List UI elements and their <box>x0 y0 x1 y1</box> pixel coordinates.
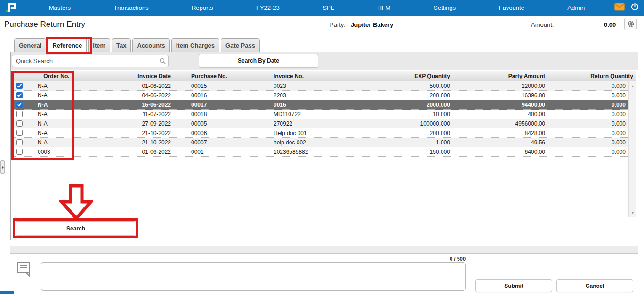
tab-tax[interactable]: Tax <box>112 38 131 52</box>
cell-invoice-date: 21-10-2022 <box>87 130 189 136</box>
cell-exp-qty: 1.000 <box>403 139 452 146</box>
tab-item[interactable]: Item <box>88 38 110 52</box>
row-checkbox[interactable] <box>16 130 23 136</box>
cell-order-no: 0003 <box>26 149 87 155</box>
cell-party-amount: 400.00 <box>452 111 549 118</box>
table-row[interactable]: N-A04-06-2022000162203200.00016396.800.0… <box>12 91 628 100</box>
scroll-down-icon[interactable]: ▼ <box>629 209 636 216</box>
tab-general[interactable]: General <box>14 38 46 52</box>
nav-item-admin[interactable]: Admin <box>567 4 585 11</box>
cell-return-qty: 0.000 <box>549 102 628 108</box>
row-checkbox[interactable] <box>16 83 23 89</box>
row-checkbox[interactable] <box>16 149 23 155</box>
cell-invoice-no: help doc 002 <box>266 139 403 146</box>
cell-party-amount: 16396.80 <box>452 92 549 99</box>
cell-party-amount: 94400.00 <box>452 102 549 108</box>
cell-exp-qty: 10.000 <box>403 111 452 118</box>
table-row[interactable]: N-A16-06-20220001700162000.00094400.000.… <box>12 100 628 110</box>
panel-collapse-handle[interactable] <box>0 160 5 174</box>
table-row[interactable]: N-A21-10-202200007help doc 0021.00049.56… <box>12 138 628 147</box>
nav-item-favourite[interactable]: Favourite <box>499 4 524 11</box>
nav-item-settings[interactable]: Settings <box>434 4 456 11</box>
cell-exp-qty: 200.000 <box>403 130 452 136</box>
cell-invoice-date: 16-06-2022 <box>87 102 189 108</box>
cell-party-amount: 4956000.00 <box>452 120 549 127</box>
cancel-button[interactable]: Cancel <box>556 279 633 292</box>
search-icon <box>159 57 166 66</box>
tab-gate-pass[interactable]: Gate Pass <box>221 38 260 52</box>
row-checkbox[interactable] <box>16 92 23 98</box>
cell-party-amount: 22000.00 <box>452 83 549 89</box>
table-row[interactable]: 000301-06-2022000110236585882150.0006400… <box>12 147 628 157</box>
tab-reference[interactable]: Reference <box>48 38 87 53</box>
cell-exp-qty: 100000.000 <box>403 120 452 127</box>
bottom-left-accent <box>0 291 14 294</box>
row-checkbox[interactable] <box>16 111 23 117</box>
cell-purchase-no: 00005 <box>189 120 266 127</box>
nav-item-masters[interactable]: Masters <box>49 4 71 11</box>
cell-order-no: N-A <box>26 92 87 99</box>
cell-exp-qty: 200.000 <box>403 92 452 99</box>
tab-item-charges[interactable]: Item Charges <box>171 38 219 52</box>
tab-strip: GeneralReferenceItemTaxAccountsItem Char… <box>14 38 260 53</box>
row-checkbox[interactable] <box>16 120 23 127</box>
power-icon[interactable] <box>630 2 639 13</box>
search-button[interactable]: Search <box>16 221 136 236</box>
cell-invoice-no: 0016 <box>266 102 403 108</box>
nav-item-hfm[interactable]: HFM <box>377 4 390 11</box>
search-by-date-button[interactable]: Search By Date <box>199 54 318 68</box>
party-label: Party: <box>330 21 346 28</box>
table-row[interactable]: N-A11-07-202200018MD11072210.000400.000.… <box>12 110 628 119</box>
cell-return-qty: 0.000 <box>549 149 628 155</box>
comment-textarea[interactable] <box>41 262 466 291</box>
row-checkbox[interactable] <box>16 102 23 108</box>
scroll-up-icon[interactable]: ▲ <box>629 82 636 90</box>
submit-button[interactable]: Submit <box>475 279 552 292</box>
amount-value: 0.00 <box>604 21 616 28</box>
cell-return-qty: 0.000 <box>549 120 628 127</box>
cell-purchase-no: 00006 <box>189 130 266 136</box>
char-counter: 0 / 500 <box>400 256 466 262</box>
top-nav-bar: MastersTransactionsReportsFY22-23SPLHFMS… <box>0 0 644 16</box>
cell-purchase-no: 00017 <box>189 102 266 108</box>
cell-invoice-no: 270922 <box>266 120 403 127</box>
cell-invoice-date: 27-09-2022 <box>87 120 189 127</box>
cell-purchase-no: 00016 <box>189 92 266 99</box>
cell-invoice-no: 2203 <box>266 92 403 99</box>
table-row[interactable]: N-A01-06-2022000150023500.00022000.000.0… <box>12 81 628 91</box>
cell-party-amount: 6400.00 <box>452 149 549 155</box>
header-invoice-no: Invoice No. <box>266 73 403 79</box>
footer-strip <box>10 246 638 254</box>
cell-purchase-no: 00015 <box>189 83 266 89</box>
app-logo-icon[interactable] <box>6 2 18 14</box>
header-invoice-date: Invoice Date <box>87 73 189 79</box>
nav-item-transactions[interactable]: Transactions <box>113 4 148 11</box>
quick-search-input[interactable] <box>12 55 169 67</box>
nav-item-fy22-23[interactable]: FY22-23 <box>256 4 280 11</box>
mail-icon[interactable] <box>614 3 625 13</box>
comment-icon <box>17 262 31 278</box>
cell-purchase-no: 00007 <box>189 139 266 146</box>
gear-icon[interactable] <box>624 18 637 30</box>
table-scrollbar[interactable]: ▲ ▼ <box>628 81 636 217</box>
table-row[interactable]: N-A21-10-202200006Help doc 001200.000842… <box>12 128 628 138</box>
cell-invoice-no: MD110722 <box>266 111 403 118</box>
nav-item-reports[interactable]: Reports <box>192 4 213 11</box>
cell-exp-qty: 2000.000 <box>403 102 452 108</box>
cell-invoice-date: 11-07-2022 <box>87 111 189 118</box>
cell-return-qty: 0.000 <box>549 139 628 146</box>
cell-return-qty: 0.000 <box>549 130 628 136</box>
cell-exp-qty: 150.000 <box>403 149 452 155</box>
cell-invoice-no: 10236585882 <box>266 149 403 155</box>
reference-grid: Order No. Invoice Date Purchase No. Invo… <box>12 71 636 217</box>
cell-return-qty: 0.000 <box>549 111 628 118</box>
cell-purchase-no: 0001 <box>189 149 266 155</box>
cell-party-amount: 49.56 <box>452 139 549 146</box>
cell-invoice-date: 04-06-2022 <box>87 92 189 99</box>
tab-accounts[interactable]: Accounts <box>132 38 169 52</box>
header-order-no: Order No. <box>26 73 87 79</box>
table-row[interactable]: N-A27-09-202200005270922100000.000495600… <box>12 119 628 128</box>
page-title: Purchase Return Entry <box>4 20 85 29</box>
nav-item-spl[interactable]: SPL <box>322 4 334 11</box>
row-checkbox[interactable] <box>16 139 23 145</box>
